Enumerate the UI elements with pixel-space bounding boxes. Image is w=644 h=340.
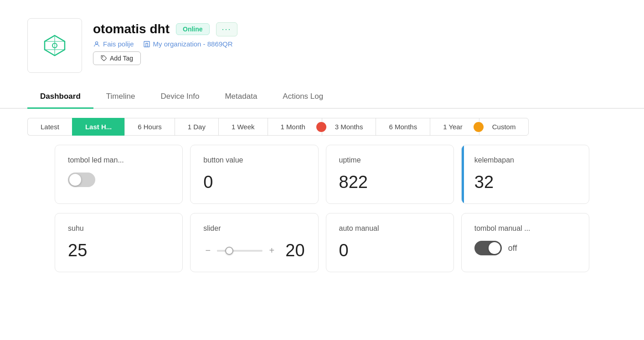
widget-button-value: button value 0 [190, 145, 318, 204]
widget-uptime: uptime 822 [326, 145, 454, 204]
widget-value-suhu: 25 [68, 241, 170, 260]
filter-3-months[interactable]: 3 Months [322, 118, 376, 136]
status-badge: Online [176, 23, 210, 35]
widget-row-2: suhu 25 slider − + 20 auto manual 0 tomb… [27, 213, 617, 281]
device-info-panel: otomatis dht Online ··· Fais polije My o… [93, 18, 237, 65]
tab-actions-log[interactable]: Actions Log [270, 86, 336, 109]
widget-area: tombol led man... button value 0 uptime … [0, 145, 644, 290]
tab-timeline[interactable]: Timeline [93, 86, 148, 109]
device-organization: My organization - 8869QR [143, 40, 233, 48]
device-logo-icon [42, 33, 67, 58]
building-icon [143, 41, 150, 48]
slider-container: − + 20 [203, 241, 305, 260]
widget-kelembapan: kelembapan 32 [461, 145, 589, 204]
widget-auto-manual: auto manual 0 [326, 213, 454, 272]
toggle-knob [69, 174, 81, 186]
toggle-off-label: off [508, 244, 517, 253]
add-tag-button[interactable]: Add Tag [93, 51, 141, 65]
widget-label-button-value: button value [203, 156, 305, 164]
widget-value-uptime: 822 [339, 173, 441, 192]
widget-label-slider: slider [203, 224, 305, 233]
device-header: otomatis dht Online ··· Fais polije My o… [0, 0, 644, 73]
widget-label-tombol-led-man: tombol led man... [68, 156, 170, 164]
more-options-button[interactable]: ··· [216, 22, 237, 36]
filter-6-months[interactable]: 6 Months [376, 118, 430, 136]
toggle-tombol-led[interactable] [68, 173, 95, 187]
widget-label-kelembapan: kelembapan [474, 156, 576, 164]
slider-fill [217, 250, 226, 252]
svg-point-3 [102, 56, 103, 57]
filter-1-month[interactable]: 1 Month [268, 118, 322, 136]
widget-label-auto-manual: auto manual [339, 224, 441, 233]
device-title-row: otomatis dht Online ··· [93, 22, 237, 36]
widget-value-kelembapan: 32 [474, 173, 576, 192]
filter-1-week[interactable]: 1 Week [218, 118, 268, 136]
slider-plus-button[interactable]: + [267, 245, 276, 256]
tag-icon [101, 55, 107, 61]
slider-thumb[interactable] [225, 247, 233, 255]
slider-value: 20 [285, 241, 304, 260]
widget-tombol-led-man: tombol led man... [55, 145, 183, 204]
widget-row-1: tombol led man... button value 0 uptime … [27, 145, 617, 213]
year-badge [474, 122, 484, 132]
filter-latest[interactable]: Latest [27, 118, 72, 136]
filter-custom[interactable]: Custom [479, 118, 529, 136]
toggle-tombol-manual[interactable] [474, 241, 502, 255]
filter-1-year[interactable]: 1 Year [430, 118, 479, 136]
widget-slider: slider − + 20 [190, 213, 318, 272]
widget-label-tombol-manual: tombol manual ... [474, 224, 576, 233]
slider-track[interactable] [217, 250, 263, 252]
toggle-manual-knob [489, 242, 500, 254]
tab-dashboard[interactable]: Dashboard [27, 86, 93, 109]
slider-minus-button[interactable]: − [203, 245, 212, 256]
filter-last-h[interactable]: Last H... [72, 118, 124, 136]
widget-value-auto-manual: 0 [339, 241, 441, 260]
filter-6-hours[interactable]: 6 Hours [124, 118, 175, 136]
device-name: otomatis dht [93, 22, 170, 36]
device-logo [27, 18, 82, 73]
nav-tabs: Dashboard Timeline Device Info Metadata … [0, 86, 644, 109]
device-meta: Fais polije My organization - 8869QR [93, 40, 237, 48]
widget-suhu: suhu 25 [55, 213, 183, 272]
widget-value-button-value: 0 [203, 173, 305, 192]
toggle-with-text: off [474, 241, 576, 255]
widget-tombol-manual: tombol manual ... off [461, 213, 589, 272]
user-icon [93, 41, 100, 48]
device-owner: Fais polije [93, 40, 134, 48]
time-filter-bar: Latest Last H... 6 Hours 1 Day 1 Week 1 … [0, 109, 644, 145]
widget-label-uptime: uptime [339, 156, 441, 164]
tab-metadata[interactable]: Metadata [212, 86, 270, 109]
widget-label-suhu: suhu [68, 224, 170, 233]
tab-device-info[interactable]: Device Info [148, 86, 212, 109]
svg-point-1 [95, 41, 98, 44]
month-badge [316, 122, 326, 132]
filter-1-day[interactable]: 1 Day [175, 118, 218, 136]
svg-rect-2 [144, 41, 149, 47]
